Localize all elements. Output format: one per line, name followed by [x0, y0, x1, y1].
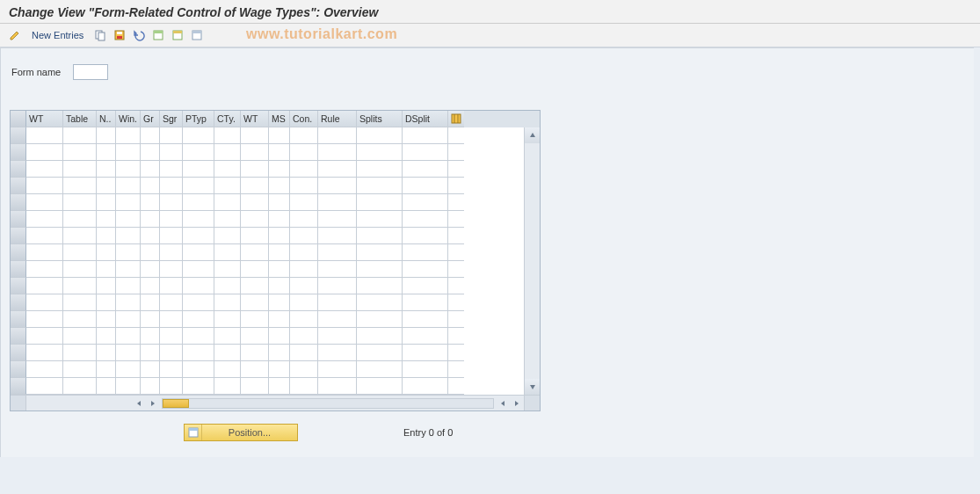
cell[interactable]: [97, 178, 116, 194]
cell[interactable]: [403, 228, 448, 244]
cell[interactable]: [183, 194, 214, 211]
cell[interactable]: [63, 194, 97, 211]
cell[interactable]: [318, 261, 357, 278]
cell[interactable]: [403, 261, 448, 278]
cell[interactable]: [241, 278, 269, 294]
cell[interactable]: [141, 178, 160, 194]
col-sgr[interactable]: Sgr: [160, 111, 183, 127]
cell[interactable]: [318, 378, 357, 395]
edit-icon[interactable]: [7, 27, 23, 43]
scroll-left-icon[interactable]: [132, 396, 146, 410]
cell[interactable]: [290, 361, 318, 378]
row-selector[interactable]: [11, 294, 26, 311]
cell[interactable]: [214, 144, 241, 161]
cell[interactable]: [290, 194, 318, 211]
cell[interactable]: [183, 228, 214, 244]
cell[interactable]: [26, 361, 63, 378]
cell[interactable]: [214, 311, 241, 328]
cell[interactable]: [214, 161, 241, 178]
cell[interactable]: [183, 294, 214, 311]
cell[interactable]: [160, 144, 183, 161]
cell[interactable]: [403, 378, 448, 395]
cell[interactable]: [160, 294, 183, 311]
cell[interactable]: [214, 194, 241, 211]
cell[interactable]: [269, 244, 290, 261]
cell[interactable]: [116, 228, 141, 244]
cell[interactable]: [290, 178, 318, 194]
cell[interactable]: [97, 294, 116, 311]
col-win[interactable]: Win.: [116, 111, 141, 127]
cell[interactable]: [357, 194, 403, 211]
cell[interactable]: [116, 294, 141, 311]
cell[interactable]: [160, 228, 183, 244]
cell[interactable]: [97, 228, 116, 244]
cell[interactable]: [116, 161, 141, 178]
cell[interactable]: [97, 328, 116, 345]
cell[interactable]: [403, 211, 448, 228]
cell[interactable]: [241, 228, 269, 244]
cell[interactable]: [160, 328, 183, 345]
cell[interactable]: [160, 311, 183, 328]
cell[interactable]: [116, 194, 141, 211]
cell[interactable]: [183, 244, 214, 261]
cell[interactable]: [403, 345, 448, 361]
cell[interactable]: [97, 311, 116, 328]
col-wt[interactable]: WT: [26, 111, 63, 127]
cell[interactable]: [116, 311, 141, 328]
cell[interactable]: [63, 127, 97, 144]
cell[interactable]: [290, 328, 318, 345]
row-selector[interactable]: [11, 361, 26, 378]
row-selector[interactable]: [11, 311, 26, 328]
row-selector[interactable]: [11, 194, 26, 211]
cell[interactable]: [116, 378, 141, 395]
cell[interactable]: [214, 328, 241, 345]
cell[interactable]: [183, 345, 214, 361]
cell[interactable]: [160, 194, 183, 211]
cell[interactable]: [116, 278, 141, 294]
col-ptyp[interactable]: PTyp: [183, 111, 214, 127]
cell[interactable]: [183, 144, 214, 161]
cell[interactable]: [241, 194, 269, 211]
cell[interactable]: [63, 311, 97, 328]
cell[interactable]: [318, 211, 357, 228]
cell[interactable]: [141, 161, 160, 178]
cell[interactable]: [214, 178, 241, 194]
cell[interactable]: [241, 378, 269, 395]
cell[interactable]: [403, 161, 448, 178]
cell[interactable]: [26, 228, 63, 244]
col-splits[interactable]: Splits: [357, 111, 403, 127]
col-rule[interactable]: Rule: [318, 111, 357, 127]
cell[interactable]: [403, 144, 448, 161]
cell[interactable]: [116, 244, 141, 261]
cell[interactable]: [160, 361, 183, 378]
cell[interactable]: [116, 144, 141, 161]
cell[interactable]: [214, 294, 241, 311]
cell[interactable]: [97, 261, 116, 278]
cell[interactable]: [269, 294, 290, 311]
cell[interactable]: [214, 211, 241, 228]
cell[interactable]: [26, 378, 63, 395]
row-selector[interactable]: [11, 144, 26, 161]
cell[interactable]: [269, 261, 290, 278]
cell[interactable]: [141, 211, 160, 228]
cell[interactable]: [183, 311, 214, 328]
cell[interactable]: [160, 127, 183, 144]
cell[interactable]: [357, 161, 403, 178]
cell[interactable]: [214, 261, 241, 278]
cell[interactable]: [357, 144, 403, 161]
cell[interactable]: [214, 244, 241, 261]
cell[interactable]: [141, 127, 160, 144]
cell[interactable]: [141, 311, 160, 328]
save-icon[interactable]: [112, 27, 127, 43]
scroll-right-icon[interactable]: [146, 396, 160, 410]
cell[interactable]: [269, 378, 290, 395]
cell[interactable]: [241, 294, 269, 311]
cell[interactable]: [269, 144, 290, 161]
cell[interactable]: [160, 261, 183, 278]
cell[interactable]: [318, 244, 357, 261]
cell[interactable]: [318, 178, 357, 194]
col-dsplit[interactable]: DSplit: [403, 111, 448, 127]
row-selector[interactable]: [11, 161, 26, 178]
row-selector[interactable]: [11, 127, 26, 144]
cell[interactable]: [318, 328, 357, 345]
